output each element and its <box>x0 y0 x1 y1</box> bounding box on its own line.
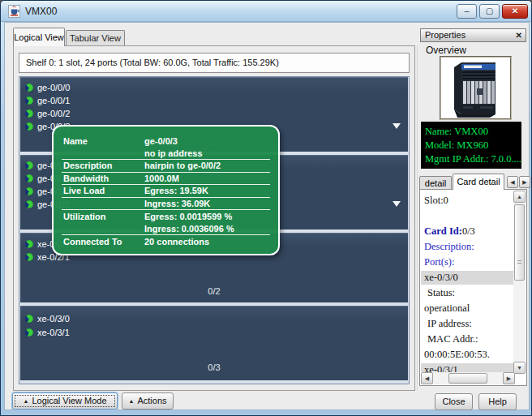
tooltip-row: Ingress: 0.0036096 % <box>62 223 270 236</box>
device-name: Name: VMX00 <box>425 125 521 139</box>
port-label: ge-0/0/2 <box>37 109 70 118</box>
port-label: xe-0/3/0 <box>37 314 70 324</box>
window-title: VMX00 <box>25 6 57 17</box>
description-label: Description: <box>424 241 474 253</box>
port-status-icon <box>25 253 33 261</box>
minimize-button[interactable]: – <box>457 4 477 19</box>
shelf-summary: Shelf 0: 1 slot, 24 ports (Total BW: 60.… <box>19 53 410 73</box>
tooltip-row: Descriptionhairpin to ge-0/0/2 <box>62 160 270 173</box>
status-label: Status: <box>424 287 455 299</box>
close-properties-icon[interactable]: ✕ <box>516 29 522 41</box>
mac-addr-label: MAC Addr.: <box>424 333 478 345</box>
tab-logical-view[interactable]: Logical View <box>13 28 65 46</box>
port-status-icon <box>25 328 33 337</box>
card-id-row: Card Id:0/3 <box>424 225 475 238</box>
properties-header: Properties ✕ <box>420 28 526 42</box>
scroll-right-icon[interactable]: ▶ <box>503 372 515 384</box>
port-label: ge-0/0/1 <box>37 96 70 105</box>
vertical-scrollbar[interactable]: ▲ ▼ <box>513 191 526 374</box>
tooltip-row: Connected To20 connections <box>62 235 270 248</box>
application-window: VMX00 – ▢ ✕ Logical View Tabular View Sh… <box>0 0 532 416</box>
ports-label: Port(s): <box>424 256 455 268</box>
port-ge-0-0-0[interactable]: ge-0/0/0 <box>25 81 70 93</box>
ip-address-label: IP address: <box>424 318 472 330</box>
horizontal-scrollbar[interactable]: ◀ ▶ <box>421 372 515 384</box>
card-detail-pane: Slot:0 Card Id:0/3 Description: Port(s):… <box>419 189 527 386</box>
device-mgmt-ip: Mgmt IP Addr.: 7.0.0.... <box>425 152 521 166</box>
vertical-scroll-thumb[interactable] <box>514 204 525 281</box>
port-xe-0-3-1[interactable]: xe-0/3/1 <box>25 326 70 338</box>
port-ge-0-0-2[interactable]: ge-0/0/2 <box>25 107 70 119</box>
collapse-arrow-icon: ▲ <box>128 398 134 404</box>
port-status-icon <box>25 187 33 195</box>
port-tooltip: Namege-0/0/3 no ip address Descriptionha… <box>52 125 280 255</box>
slot-value: Slot:0 <box>424 195 448 207</box>
more-ports-icon[interactable] <box>393 123 401 129</box>
tooltip-row: Live LoadEgress: 19.59K <box>62 185 270 198</box>
tooltip-row: no ip address <box>62 148 270 161</box>
tab-tabular-view[interactable]: Tabular View <box>66 30 125 46</box>
slot-panel-0-3[interactable]: xe-0/3/0 xe-0/3/1 0/3 <box>20 306 408 380</box>
scroll-up-icon[interactable]: ▲ <box>513 191 526 203</box>
tab-shelf-detail[interactable]: detail <box>419 176 452 190</box>
port-status-icon <box>25 122 33 131</box>
pic-label: 0/3 <box>20 362 408 372</box>
maximize-button[interactable]: ▢ <box>479 4 500 19</box>
scroll-down-icon[interactable]: ▼ <box>513 362 526 374</box>
tab-scroll-left-icon[interactable]: ◀ <box>507 176 518 188</box>
port-status-icon <box>25 315 33 323</box>
port-status-icon <box>25 109 33 118</box>
close-window-button[interactable]: ✕ <box>502 4 528 19</box>
overview-label: Overview <box>426 45 466 56</box>
port-row-xe-0-3-0[interactable]: xe-0/3/0 <box>421 271 515 285</box>
actions-button[interactable]: ▲Actions <box>122 392 174 410</box>
mac-addr-value: 00:00:5E:00:53. <box>424 349 490 361</box>
tooltip-row: Bandwidth1000.0M <box>62 173 270 186</box>
device-model: Model: MX960 <box>425 139 521 152</box>
port-status-icon <box>25 161 33 169</box>
help-button[interactable]: Help <box>478 393 517 410</box>
port-label: ge-0/0/0 <box>37 83 70 92</box>
tooltip-row: Namege-0/0/3 <box>62 135 270 148</box>
pic-label: 0/2 <box>20 286 408 296</box>
tab-scroll-right-icon[interactable]: ▶ <box>519 176 530 188</box>
tab-card-detail[interactable]: Card detail <box>453 174 504 190</box>
java-app-icon <box>8 5 20 18</box>
collapse-arrow-icon: ▲ <box>23 398 28 404</box>
panel-splitter[interactable] <box>417 45 418 391</box>
client-area: Logical View Tabular View Shelf 0: 1 slo… <box>4 22 530 410</box>
port-ge-0-0-1[interactable]: ge-0/0/1 <box>25 94 70 106</box>
more-ports-icon[interactable] <box>393 201 401 207</box>
port-status-icon <box>25 96 33 105</box>
port-xe-0-3-0[interactable]: xe-0/3/0 <box>25 312 70 324</box>
logical-view-mode-button[interactable]: ▲Logical View Mode <box>12 392 118 410</box>
port-status-icon <box>25 174 33 182</box>
port-status-icon <box>25 84 33 92</box>
status-value: operational <box>424 302 470 315</box>
port-status-icon <box>25 240 33 248</box>
scroll-left-icon[interactable]: ◀ <box>421 372 433 384</box>
port-label: xe-0/3/1 <box>37 328 70 337</box>
properties-title: Properties <box>425 30 466 40</box>
horizontal-scroll-thumb[interactable] <box>448 373 487 384</box>
title-bar[interactable]: VMX00 – ▢ ✕ <box>1 1 532 22</box>
device-image <box>440 56 512 120</box>
close-button[interactable]: Close <box>435 393 473 410</box>
tooltip-row: UtilizationEgress: 0.0019599 % <box>62 210 270 223</box>
device-summary: Name: VMX00 Model: MX960 Mgmt IP Addr.: … <box>421 122 521 169</box>
tooltip-row: Ingress: 36.09K <box>62 198 270 211</box>
port-status-icon <box>25 200 33 208</box>
